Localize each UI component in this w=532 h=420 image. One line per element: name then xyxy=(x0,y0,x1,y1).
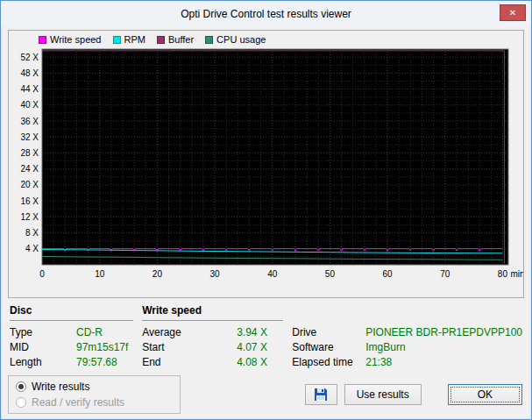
results-radio-group: Write results Read / verify results xyxy=(8,375,181,414)
start-speed-label: Start xyxy=(142,341,237,353)
software-label: Software xyxy=(292,341,365,353)
legend-label-buffer: Buffer xyxy=(168,34,194,45)
legend-item-buffer: Buffer xyxy=(157,34,194,45)
close-icon: ✕ xyxy=(509,9,516,18)
disc-section: Disc Type CD-R MID 97m15s17f Length 79:5… xyxy=(10,304,142,369)
y-tick-label: 8 X xyxy=(25,228,39,238)
y-tick-label: 20 X xyxy=(20,180,39,189)
y-tick-label: 44 X xyxy=(20,84,39,94)
info-panel: Disc Type CD-R MID 97m15s17f Length 79:5… xyxy=(10,304,522,369)
x-tick-label: 80 xyxy=(498,269,508,279)
x-tick-label: 20 xyxy=(153,269,163,279)
disc-section-header: Disc xyxy=(10,304,142,317)
software-row: Software ImgBurn xyxy=(292,339,522,354)
elapsed-time-row: Elapsed time 21:38 xyxy=(292,354,522,369)
section-separator xyxy=(10,320,133,321)
read-verify-results-radio-label: Read / verify results xyxy=(32,396,124,409)
write-results-radio-label: Write results xyxy=(32,381,89,393)
disc-length-label: Length xyxy=(10,356,76,368)
legend-label-write-speed: Write speed xyxy=(50,34,102,45)
start-speed-row: Start 4.07 X xyxy=(142,339,292,354)
radio-selected-icon xyxy=(16,381,26,392)
legend-label-cpu-usage: CPU usage xyxy=(216,34,266,45)
y-tick-label: 32 X xyxy=(20,132,39,142)
y-tick-label: 24 X xyxy=(20,164,39,174)
dialog-window: Opti Drive Control test results viewer ✕… xyxy=(0,0,532,420)
start-speed-value: 4.07 X xyxy=(237,341,267,353)
write-speed-swatch-icon xyxy=(39,36,46,44)
cpu-usage-swatch-icon xyxy=(205,36,213,44)
write-results-radio[interactable]: Write results xyxy=(16,380,169,393)
y-tick-label: 36 X xyxy=(20,117,39,126)
drive-row: Drive PIONEER BDR-PR1EPDVPP100 xyxy=(292,324,522,339)
elapsed-time-label: Elapsed time xyxy=(292,356,365,368)
average-speed-label: Average xyxy=(142,326,237,338)
legend-item-rpm: RPM xyxy=(113,34,145,45)
plot-area xyxy=(42,49,508,265)
x-axis-unit-label: min xyxy=(510,269,523,279)
x-tick-label: 10 xyxy=(95,269,105,279)
average-speed-value: 3.94 X xyxy=(237,326,267,338)
disc-mid-value: 97m15s17f xyxy=(76,341,128,353)
titlebar: Opti Drive Control test results viewer ✕ xyxy=(1,1,531,26)
average-speed-row: Average 3.94 X xyxy=(142,324,292,339)
close-button[interactable]: ✕ xyxy=(500,4,526,21)
drive-value: PIONEER BDR-PR1EPDVPP100 xyxy=(365,326,522,338)
footer: Write results Read / verify results Use … xyxy=(8,375,522,414)
y-tick-label: 12 X xyxy=(20,212,39,222)
disc-type-value: CD-R xyxy=(76,326,103,338)
disc-length-value: 79:57.68 xyxy=(76,356,117,368)
use-results-button[interactable]: Use results xyxy=(344,384,422,405)
floppy-disk-icon xyxy=(314,388,328,402)
x-tick-label: 50 xyxy=(325,269,336,279)
window-title: Opti Drive Control test results viewer xyxy=(181,8,351,20)
y-tick-label: 52 X xyxy=(20,53,39,62)
y-tick-label: 16 X xyxy=(20,196,39,206)
chart-legend: Write speed RPM Buffer CPU usage xyxy=(9,31,523,46)
radio-unselected-icon xyxy=(16,397,26,408)
x-tick-label: 40 xyxy=(267,269,278,279)
read-verify-results-radio: Read / verify results xyxy=(16,395,169,409)
drive-label: Drive xyxy=(292,326,365,338)
session-section: Drive PIONEER BDR-PR1EPDVPP100 Software … xyxy=(292,304,522,369)
rpm-swatch-icon xyxy=(113,36,121,44)
results-chart: 4 X8 X12 X16 X20 X24 X28 X32 X36 X40 X44… xyxy=(9,46,523,293)
end-speed-value: 4.08 X xyxy=(237,356,267,368)
x-tick-label: 70 xyxy=(440,269,450,279)
legend-item-write-speed: Write speed xyxy=(39,34,102,45)
end-speed-label: End xyxy=(142,356,237,368)
disc-type-row: Type CD-R xyxy=(10,324,142,339)
legend-item-cpu-usage: CPU usage xyxy=(205,34,266,45)
chart-panel: Write speed RPM Buffer CPU usage 4 X8 X1… xyxy=(8,30,524,298)
elapsed-time-value: 21:38 xyxy=(365,356,392,368)
end-speed-row: End 4.08 X xyxy=(142,354,292,369)
disc-length-row: Length 79:57.68 xyxy=(10,354,142,369)
save-button[interactable] xyxy=(305,384,337,405)
ok-button[interactable]: OK xyxy=(448,384,522,405)
buffer-swatch-icon xyxy=(157,36,165,44)
disc-type-label: Type xyxy=(10,326,76,338)
y-tick-label: 28 X xyxy=(20,148,39,158)
y-tick-label: 48 X xyxy=(20,68,39,78)
y-tick-label: 40 X xyxy=(20,100,39,110)
software-value: ImgBurn xyxy=(365,341,405,353)
y-tick-label: 4 X xyxy=(25,244,39,253)
disc-mid-row: MID 97m15s17f xyxy=(10,339,142,354)
write-speed-section-header: Write speed xyxy=(142,304,292,317)
x-tick-label: 60 xyxy=(383,269,394,279)
x-tick-label: 0 xyxy=(39,269,45,279)
write-speed-section: Write speed Average 3.94 X Start 4.07 X … xyxy=(142,304,292,369)
section-separator xyxy=(142,320,283,321)
legend-label-rpm: RPM xyxy=(124,34,145,45)
disc-mid-label: MID xyxy=(10,341,76,353)
x-tick-label: 30 xyxy=(209,269,220,279)
